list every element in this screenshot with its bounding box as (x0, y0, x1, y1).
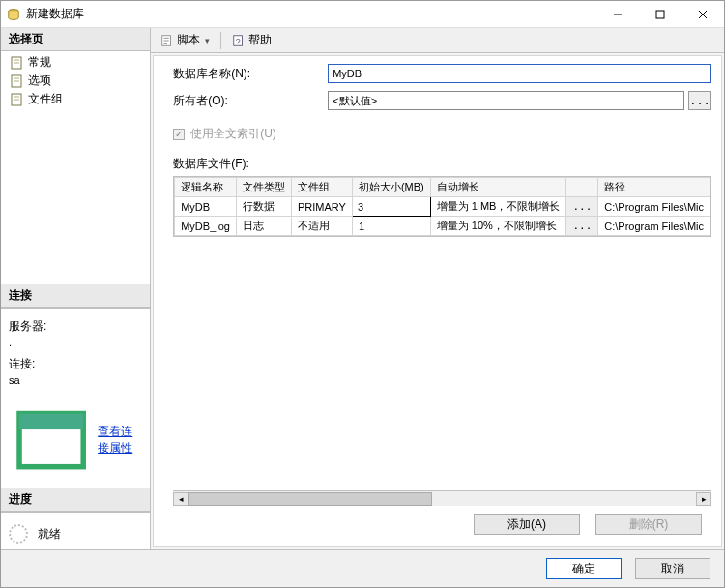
progress-state: 就绪 (38, 526, 61, 543)
fulltext-label: 使用全文索引(U) (190, 126, 276, 142)
conn-value: sa (9, 374, 142, 386)
grow-browse-button[interactable]: ... (566, 197, 598, 217)
window: 新建数据库 选择页 常规 选项 文件组 (0, 0, 725, 588)
scroll-thumb[interactable] (188, 492, 432, 506)
col-grow[interactable]: 自动增长 (430, 178, 566, 197)
cell-name[interactable]: MyDB (175, 197, 237, 217)
spinner-icon (9, 524, 28, 544)
nav-label: 常规 (28, 54, 51, 71)
server-value: . (9, 337, 142, 348)
db-name-input[interactable] (328, 64, 711, 83)
properties-icon (9, 397, 94, 483)
footer: 确定 取消 (1, 550, 724, 587)
cell-grow[interactable]: 增量为 10%，不限制增长 (430, 217, 566, 236)
scroll-left-button[interactable]: ◂ (173, 492, 188, 506)
view-connection-properties-link[interactable]: 查看连接属性 (9, 397, 142, 483)
left-panel: 选择页 常规 选项 文件组 连接 服务器: . (1, 28, 151, 549)
link-text: 查看连接属性 (98, 424, 142, 456)
nav-label: 选项 (28, 73, 51, 89)
svg-rect-15 (19, 413, 83, 429)
nav-list: 常规 选项 文件组 (1, 51, 150, 110)
owner-row: 所有者(O): ... (173, 91, 711, 110)
grid-action-row: 添加(A) 删除(R) (173, 506, 711, 543)
server-label: 服务器: (9, 318, 142, 335)
add-button[interactable]: 添加(A) (474, 514, 580, 535)
cell-fgroup[interactable]: 不适用 (291, 217, 352, 236)
right-panel: 脚本 ▾ ? 帮助 数据库名称(N): 所有者(O): ... (151, 28, 724, 549)
page-icon (9, 92, 24, 107)
db-name-row: 数据库名称(N): (173, 64, 711, 83)
help-button[interactable]: ? 帮助 (228, 30, 276, 50)
owner-input[interactable] (328, 91, 684, 110)
titlebar: 新建数据库 (1, 1, 724, 28)
scroll-right-button[interactable]: ▸ (696, 492, 711, 506)
cell-fgroup[interactable]: PRIMARY (291, 197, 352, 217)
nav-item-options[interactable]: 选项 (7, 72, 144, 90)
remove-button: 删除(R) (595, 514, 702, 535)
cell-grow[interactable]: 增量为 1 MB，不限制增长 (430, 197, 566, 217)
files-grid[interactable]: 逻辑名称 文件类型 文件组 初始大小(MB) 自动增长 路径 MyDB 行数据 (173, 176, 711, 237)
horizontal-scrollbar[interactable]: ◂ ▸ (173, 490, 711, 506)
fulltext-row: ✓ 使用全文索引(U) (173, 126, 711, 142)
svg-text:?: ? (236, 36, 241, 45)
progress-header: 进度 (1, 488, 150, 512)
grid-header-row: 逻辑名称 文件类型 文件组 初始大小(MB) 自动增长 路径 (175, 178, 710, 197)
toolbar-divider (220, 32, 221, 49)
cell-size[interactable]: 3 (352, 197, 430, 217)
page-icon (9, 74, 24, 89)
svg-line-4 (699, 11, 707, 18)
maximize-button[interactable] (639, 1, 682, 28)
connection-section: 服务器: . 连接: sa 查看连接属性 (1, 308, 150, 488)
minimize-button[interactable] (596, 1, 639, 28)
toolbar-label: 脚本 (177, 32, 200, 48)
owner-browse-button[interactable]: ... (688, 91, 711, 110)
cell-size[interactable]: 1 (352, 217, 430, 236)
conn-label: 连接: (9, 356, 142, 372)
nav-label: 文件组 (28, 91, 63, 107)
database-icon (7, 8, 20, 21)
connection-header: 连接 (1, 284, 150, 308)
col-name[interactable]: 逻辑名称 (175, 178, 237, 197)
cell-path[interactable]: C:\Program Files\Mic (598, 217, 710, 236)
svg-line-3 (699, 11, 707, 18)
files-label: 数据库文件(F): (173, 156, 711, 172)
select-page-header: 选择页 (1, 28, 150, 51)
close-button[interactable] (682, 1, 724, 28)
svg-rect-2 (656, 11, 664, 18)
help-icon: ? (232, 34, 246, 47)
cancel-button[interactable]: 取消 (635, 558, 710, 579)
nav-item-filegroups[interactable]: 文件组 (7, 90, 144, 108)
body: 选择页 常规 选项 文件组 连接 服务器: . (1, 28, 724, 550)
scroll-track[interactable] (188, 492, 696, 506)
cell-path[interactable]: C:\Program Files\Mic (598, 197, 710, 217)
col-ftype[interactable]: 文件类型 (236, 178, 291, 197)
window-buttons (596, 1, 724, 28)
chevron-down-icon: ▾ (205, 36, 210, 45)
script-icon (160, 34, 174, 47)
cell-ftype[interactable]: 行数据 (236, 197, 291, 217)
col-fgroup[interactable]: 文件组 (291, 178, 352, 197)
grid-row[interactable]: MyDB 行数据 PRIMARY 3 增量为 1 MB，不限制增长 ... C:… (175, 197, 710, 217)
nav-item-general[interactable]: 常规 (7, 53, 144, 72)
grid-row[interactable]: MyDB_log 日志 不适用 1 增量为 10%，不限制增长 ... C:\P… (175, 217, 710, 236)
page-icon (9, 55, 24, 71)
grow-browse-button[interactable]: ... (566, 217, 598, 236)
progress-section: 就绪 (1, 512, 150, 549)
toolbar: 脚本 ▾ ? 帮助 (151, 28, 724, 53)
script-button[interactable]: 脚本 ▾ (157, 30, 214, 50)
db-name-label: 数据库名称(N): (173, 66, 328, 82)
toolbar-label: 帮助 (248, 32, 272, 48)
cell-ftype[interactable]: 日志 (236, 217, 291, 236)
ok-button[interactable]: 确定 (546, 558, 622, 579)
form-area: 数据库名称(N): 所有者(O): ... ✓ 使用全文索引(U) 数据库文件(… (153, 55, 722, 547)
col-path[interactable]: 路径 (598, 178, 710, 197)
col-size[interactable]: 初始大小(MB) (352, 178, 430, 197)
window-title: 新建数据库 (26, 6, 596, 22)
fulltext-checkbox: ✓ (173, 129, 185, 140)
owner-label: 所有者(O): (173, 93, 328, 109)
cell-name[interactable]: MyDB_log (175, 217, 237, 236)
